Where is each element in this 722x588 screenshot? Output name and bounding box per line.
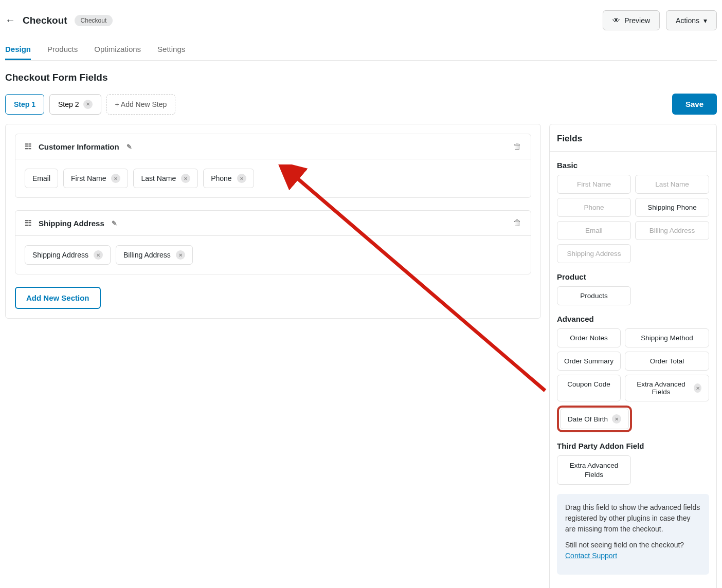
tab-bar: Design Products Optimizations Settings: [5, 40, 717, 61]
help-text-2: Still not seeing field on the checkout?: [565, 541, 684, 549]
close-icon[interactable]: ✕: [237, 174, 246, 183]
palette-first-name[interactable]: First Name: [557, 175, 631, 194]
tab-optimizations[interactable]: Optimizations: [94, 40, 141, 60]
close-icon[interactable]: ✕: [176, 250, 185, 260]
palette-date-of-birth[interactable]: Date Of Birth ✕: [560, 409, 629, 429]
palette-email[interactable]: Email: [557, 221, 631, 240]
actions-label: Actions: [676, 16, 699, 25]
close-icon[interactable]: ✕: [94, 250, 103, 260]
group-advanced-label: Advanced: [557, 315, 709, 323]
help-box: Drag this field to show the advanced fie…: [557, 494, 709, 575]
close-icon[interactable]: ✕: [612, 414, 621, 424]
palette-last-name[interactable]: Last Name: [635, 175, 709, 194]
step-1-label: Step 1: [14, 100, 35, 108]
drag-handle-icon[interactable]: ☷: [25, 142, 31, 151]
field-chip-billing-address[interactable]: Billing Address ✕: [116, 245, 193, 265]
field-chip-first-name[interactable]: First Name ✕: [63, 169, 128, 188]
step-1-button[interactable]: Step 1: [5, 94, 44, 115]
trash-icon[interactable]: 🗑: [513, 142, 521, 151]
add-step-button[interactable]: + Add New Step: [106, 94, 176, 115]
palette-shipping-phone[interactable]: Shipping Phone: [635, 198, 709, 217]
section-title: Shipping Address: [39, 219, 104, 228]
group-product-label: Product: [557, 272, 709, 281]
field-chip-phone[interactable]: Phone ✕: [203, 169, 254, 188]
chevron-down-icon: ▾: [703, 16, 707, 25]
help-text-1: Drag this field to show the advanced fie…: [565, 502, 701, 535]
section-heading: Checkout Form Fields: [5, 72, 717, 83]
field-chip-last-name[interactable]: Last Name ✕: [133, 169, 198, 188]
tab-products[interactable]: Products: [47, 40, 78, 60]
palette-billing-address[interactable]: Billing Address: [635, 221, 709, 240]
close-icon[interactable]: ✕: [181, 174, 190, 183]
palette-coupon-code[interactable]: Coupon Code: [557, 375, 621, 401]
palette-products[interactable]: Products: [557, 286, 631, 305]
group-third-party-label: Third Party Addon Field: [557, 442, 709, 450]
palette-extra-advanced-third[interactable]: Extra Advanced Fields: [557, 455, 631, 485]
preview-label: Preview: [624, 16, 650, 25]
actions-button[interactable]: Actions ▾: [666, 10, 717, 30]
add-step-label: + Add New Step: [115, 100, 167, 108]
section-shipping-address: ☷ Shipping Address ✎ 🗑 Shipping Address …: [15, 210, 531, 274]
divider: [550, 151, 716, 152]
add-section-button[interactable]: Add New Section: [15, 287, 101, 309]
tab-settings[interactable]: Settings: [157, 40, 185, 60]
section-customer-information: ☷ Customer Information ✎ 🗑 Email First N…: [15, 134, 531, 198]
step-2-button[interactable]: Step 2 ✕: [49, 94, 101, 115]
group-basic-label: Basic: [557, 161, 709, 170]
field-chip-shipping-address[interactable]: Shipping Address ✕: [25, 245, 111, 265]
field-chip-email[interactable]: Email: [25, 169, 58, 188]
save-button[interactable]: Save: [672, 94, 717, 115]
palette-extra-advanced[interactable]: Extra Advanced Fields ✕: [625, 375, 709, 401]
section-title: Customer Information: [39, 142, 119, 151]
edit-icon[interactable]: ✎: [127, 143, 132, 151]
annotation-highlight: Date Of Birth ✕: [557, 406, 632, 432]
trash-icon[interactable]: 🗑: [513, 218, 521, 228]
eye-icon: 👁: [612, 16, 620, 25]
step-2-label: Step 2: [58, 100, 79, 108]
close-icon[interactable]: ✕: [83, 100, 93, 109]
back-arrow[interactable]: ←: [5, 14, 15, 26]
close-icon[interactable]: ✕: [694, 383, 701, 393]
palette-shipping-method[interactable]: Shipping Method: [625, 328, 709, 347]
tab-design[interactable]: Design: [5, 40, 31, 60]
palette-order-total[interactable]: Order Total: [625, 352, 709, 371]
palette-order-summary[interactable]: Order Summary: [557, 352, 621, 371]
contact-support-link[interactable]: Contact Support: [565, 552, 617, 560]
page-badge: Checkout: [75, 15, 113, 26]
fields-heading: Fields: [557, 134, 709, 144]
fields-panel: Fields Basic First Name Last Name Phone …: [549, 124, 717, 588]
page-title: Checkout: [23, 15, 67, 26]
palette-phone[interactable]: Phone: [557, 198, 631, 217]
edit-icon[interactable]: ✎: [112, 219, 117, 227]
preview-button[interactable]: 👁 Preview: [603, 10, 660, 30]
palette-order-notes[interactable]: Order Notes: [557, 328, 621, 347]
drag-handle-icon[interactable]: ☷: [25, 218, 31, 228]
palette-shipping-address[interactable]: Shipping Address: [557, 244, 631, 263]
close-icon[interactable]: ✕: [111, 174, 120, 183]
